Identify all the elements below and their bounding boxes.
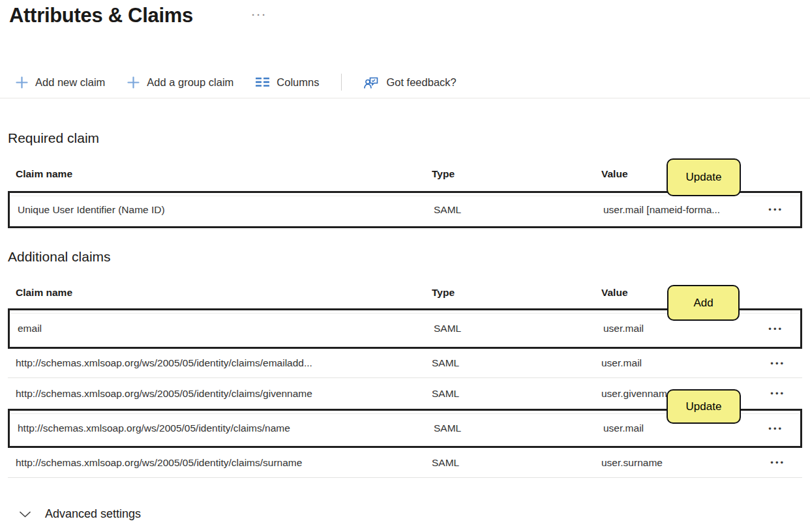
row-menu-icon[interactable]: ••• [768,324,800,334]
row-menu-icon[interactable]: ••• [770,458,802,467]
table-row-unique-user-identifier[interactable]: Unique User Identifier (Name ID) SAML us… [8,191,802,228]
columns-label: Columns [277,76,319,89]
add-new-claim-label: Add new claim [35,76,105,89]
value-cell: user.surname [601,457,755,469]
column-header-type: Type [432,168,601,180]
table-row-surname[interactable]: http://schemas.xmlsoap.org/ws/2005/05/id… [8,448,802,478]
column-header-type: Type [432,287,601,299]
row-menu-icon[interactable]: ••• [770,389,802,398]
claim-name-cell: http://schemas.xmlsoap.org/ws/2005/05/id… [18,422,434,434]
toolbar-separator [0,98,810,98]
row-menu-icon[interactable]: ••• [768,424,800,434]
row-menu-icon[interactable]: ••• [768,205,800,214]
value-cell: user.mail [603,422,757,434]
type-cell: SAML [434,422,603,434]
column-header-claim-name: Claim name [16,287,432,299]
feedback-icon [364,76,379,89]
advanced-settings-toggle[interactable]: Advanced settings [20,507,141,521]
annotation-add-email-claim: Add [667,285,740,321]
add-group-claim-button[interactable]: Add a group claim [127,76,233,89]
toolbar-divider [341,74,342,91]
got-feedback-label: Got feedback? [386,76,456,89]
claim-name-cell: http://schemas.xmlsoap.org/ws/2005/05/id… [16,457,432,469]
table-row-emailaddress[interactable]: http://schemas.xmlsoap.org/ws/2005/05/id… [8,349,802,378]
columns-icon [256,77,269,87]
type-cell: SAML [432,457,601,469]
annotation-update-name-claim: Update [667,389,741,424]
add-group-claim-label: Add a group claim [147,76,233,89]
claim-name-cell: email [18,323,434,334]
columns-button[interactable]: Columns [256,76,319,89]
type-cell: SAML [434,323,603,334]
claim-name-cell: http://schemas.xmlsoap.org/ws/2005/05/id… [16,388,432,400]
value-cell: user.mail [nameid-forma... [603,204,757,216]
annotation-update-required-claim: Update [667,158,741,196]
type-cell: SAML [434,204,603,216]
add-new-claim-button[interactable]: Add new claim [16,76,105,89]
page-title: Attributes & Claims [9,4,193,27]
chevron-down-icon [20,511,31,518]
toolbar: Add new claim Add a group claim Columns [16,68,457,96]
value-cell: user.mail [603,323,757,334]
additional-claims-heading: Additional claims [8,249,111,265]
row-menu-icon[interactable]: ••• [770,359,802,368]
claim-name-cell: http://schemas.xmlsoap.org/ws/2005/05/id… [16,357,432,369]
type-cell: SAML [432,388,601,400]
attributes-claims-page: Attributes & Claims ··· Add new claim Ad… [0,0,810,532]
type-cell: SAML [432,357,601,369]
plus-icon [16,76,28,89]
claim-name-cell: Unique User Identifier (Name ID) [18,204,434,216]
value-cell: user.mail [601,357,755,369]
plus-icon [127,76,140,89]
column-header-claim-name: Claim name [16,168,432,180]
got-feedback-button[interactable]: Got feedback? [364,76,456,89]
advanced-settings-label: Advanced settings [45,507,141,521]
title-context-menu-icon[interactable]: ··· [252,9,267,20]
required-claim-heading: Required claim [8,130,99,146]
